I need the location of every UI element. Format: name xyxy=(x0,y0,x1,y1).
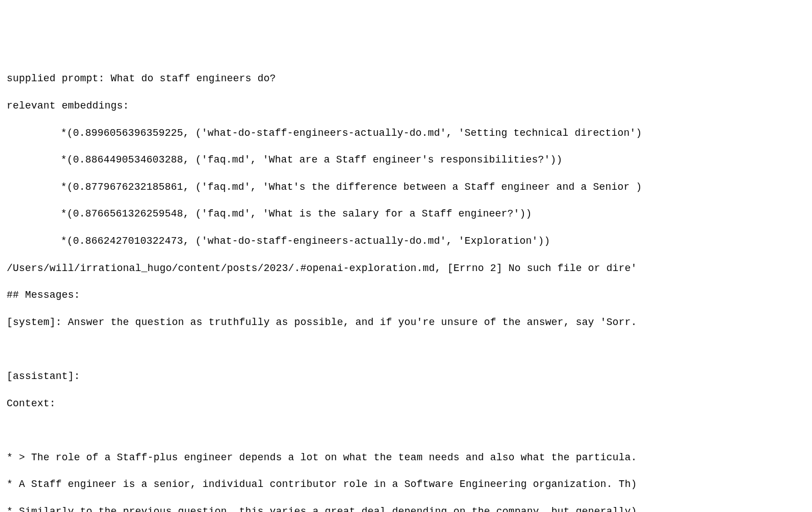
embedding-row: *(0.8864490534603288, ('faq.md', 'What a… xyxy=(7,153,805,166)
supplied-prompt-label: supplied prompt: xyxy=(7,73,111,84)
messages-header: ## Messages: xyxy=(7,288,805,302)
context-bullet: * Similarly to the previous question, th… xyxy=(7,505,805,512)
context-label: Context: xyxy=(7,397,805,410)
embeddings-header: relevant embeddings: xyxy=(7,99,805,112)
error-line: /Users/will/irrational_hugo/content/post… xyxy=(7,262,805,275)
embedding-row: *(0.8996056396359225, ('what-do-staff-en… xyxy=(7,126,805,140)
blank-line xyxy=(7,424,805,437)
supplied-prompt-text: What do staff engineers do? xyxy=(111,73,276,84)
assistant-label: [assistant]: xyxy=(7,370,805,383)
embedding-row: *(0.8779676232185861, ('faq.md', 'What's… xyxy=(7,180,805,194)
supplied-prompt-line: supplied prompt: What do staff engineers… xyxy=(7,72,805,85)
blank-line xyxy=(7,342,805,356)
embedding-row: *(0.8766561326259548, ('faq.md', 'What i… xyxy=(7,207,805,220)
context-bullet: * A Staff engineer is a senior, individu… xyxy=(7,477,805,491)
embedding-row: *(0.8662427010322473, ('what-do-staff-en… xyxy=(7,234,805,248)
terminal-output: supplied prompt: What do staff engineers… xyxy=(7,58,805,512)
system-message: [system]: Answer the question as truthfu… xyxy=(7,316,805,329)
context-bullet: * > The role of a Staff-plus engineer de… xyxy=(7,451,805,464)
